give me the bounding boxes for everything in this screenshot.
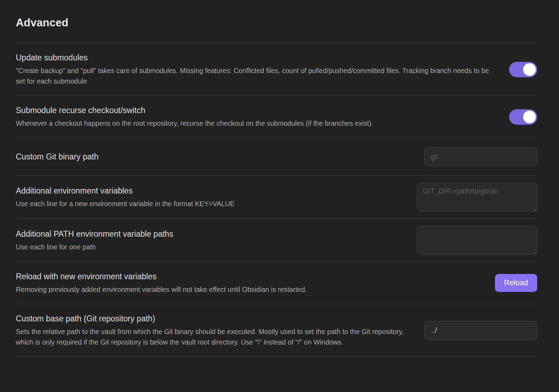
setting-control bbox=[417, 226, 537, 255]
setting-info: Custom Git binary path bbox=[16, 151, 413, 162]
reload-button[interactable]: Reload bbox=[495, 274, 537, 292]
setting-description: Whenever a checkout happens on the root … bbox=[16, 118, 498, 129]
setting-row-reload-env: Reload with new environment variables Re… bbox=[16, 262, 537, 304]
setting-control: Reload bbox=[495, 274, 537, 292]
setting-control bbox=[509, 62, 537, 77]
settings-list: Update submodules "Create backup" and "p… bbox=[16, 43, 537, 357]
path-env-textarea[interactable] bbox=[417, 226, 537, 255]
setting-name: Reload with new environment variables bbox=[16, 271, 484, 282]
setting-info: Additional environment variables Use eac… bbox=[16, 185, 406, 209]
toggle-knob bbox=[523, 111, 536, 123]
setting-row-git-binary-path: Custom Git binary path bbox=[16, 138, 537, 176]
setting-name: Custom Git binary path bbox=[16, 151, 413, 162]
setting-control bbox=[509, 109, 537, 125]
setting-info: Update submodules "Create backup" and "p… bbox=[16, 52, 498, 86]
setting-info: Additional PATH environment variable pat… bbox=[16, 229, 406, 252]
base-path-input[interactable] bbox=[424, 321, 537, 340]
setting-name: Submodule recurse checkout/switch bbox=[16, 105, 498, 116]
setting-row-submodule-recurse: Submodule recurse checkout/switch Whenev… bbox=[16, 96, 537, 138]
setting-info: Submodule recurse checkout/switch Whenev… bbox=[16, 105, 498, 129]
setting-row-custom-base-path: Custom base path (Git repository path) S… bbox=[16, 304, 537, 357]
setting-row-env-vars: Additional environment variables Use eac… bbox=[16, 176, 537, 219]
update-submodules-toggle[interactable] bbox=[509, 62, 537, 77]
setting-description: Use each line for one path bbox=[16, 242, 406, 252]
setting-row-update-submodules: Update submodules "Create backup" and "p… bbox=[16, 43, 537, 96]
setting-control bbox=[424, 321, 537, 340]
setting-name: Custom base path (Git repository path) bbox=[16, 313, 413, 324]
setting-description: Use each line for a new environment vari… bbox=[16, 198, 406, 209]
setting-name: Additional environment variables bbox=[16, 185, 406, 196]
setting-description: Sets the relative path to the vault from… bbox=[16, 326, 413, 347]
setting-control bbox=[424, 147, 537, 166]
env-vars-textarea[interactable] bbox=[417, 183, 537, 211]
setting-description: Removing previously added environment va… bbox=[16, 284, 484, 295]
setting-info: Custom base path (Git repository path) S… bbox=[16, 313, 413, 347]
setting-name: Update submodules bbox=[16, 52, 498, 63]
setting-control bbox=[417, 183, 537, 211]
setting-name: Additional PATH environment variable pat… bbox=[16, 229, 406, 239]
submodule-recurse-toggle[interactable] bbox=[509, 109, 537, 125]
settings-page: Advanced Update submodules "Create backu… bbox=[0, 0, 559, 357]
setting-row-path-env: Additional PATH environment variable pat… bbox=[16, 219, 537, 262]
setting-info: Reload with new environment variables Re… bbox=[16, 271, 484, 295]
toggle-knob bbox=[523, 63, 536, 76]
setting-description: "Create backup" and "pull" takes care of… bbox=[16, 65, 498, 86]
git-binary-path-input[interactable] bbox=[424, 147, 537, 166]
page-title: Advanced bbox=[16, 16, 537, 30]
